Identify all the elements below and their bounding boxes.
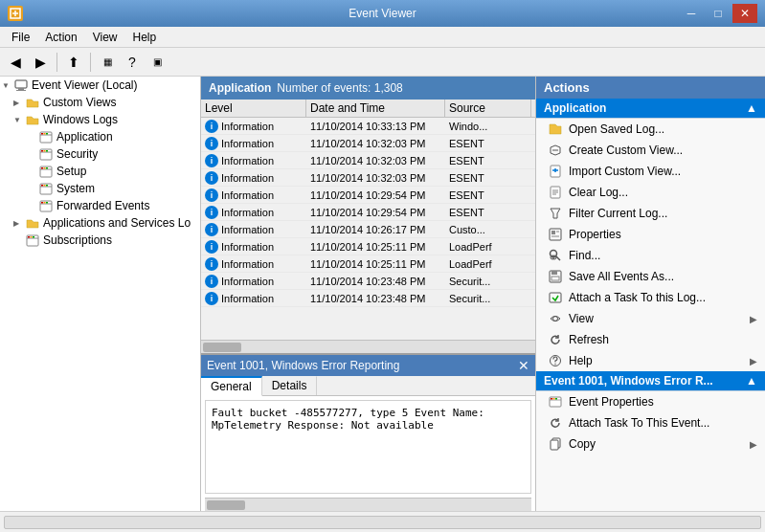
tab-details[interactable]: Details: [262, 376, 318, 395]
tree-item-apps-services[interactable]: ▶ Applications and Services Lo: [0, 214, 200, 232]
cell-date-4: 11/10/2014 10:29:54 PM: [306, 188, 445, 202]
table-row[interactable]: iInformation 11/10/2014 10:32:03 PM ESEN…: [201, 169, 535, 187]
table-row[interactable]: iInformation 11/10/2014 10:32:03 PM ESEN…: [201, 135, 535, 152]
tree-item-application[interactable]: ▶ Application: [0, 128, 200, 145]
menu-bar: File Action View Help: [0, 27, 765, 48]
cell-source-10: Securit...: [445, 292, 531, 305]
help-toolbar-button[interactable]: ?: [121, 51, 144, 74]
info-icon-1: i: [205, 137, 218, 150]
status-scrollbar[interactable]: [4, 516, 761, 529]
tree-item-windows-logs[interactable]: ▼ Windows Logs: [0, 111, 200, 128]
table-row[interactable]: iInformation 11/10/2014 10:29:54 PM ESEN…: [201, 187, 535, 204]
status-bar: [0, 511, 765, 532]
info-icon-0: i: [205, 120, 218, 133]
tree-item-event-viewer-local[interactable]: ▼ Event Viewer (Local): [0, 77, 200, 94]
tree-item-system[interactable]: ▶ System: [0, 180, 200, 197]
cell-source-5: ESENT: [445, 206, 531, 219]
close-button[interactable]: ✕: [732, 4, 757, 23]
menu-file[interactable]: File: [4, 29, 37, 46]
svg-rect-42: [551, 231, 555, 234]
cell-source-1: ESENT: [445, 137, 531, 150]
table-row[interactable]: iInformation 11/10/2014 10:26:17 PM Cust…: [201, 221, 535, 238]
app-icon: [8, 6, 23, 21]
detail-close-button[interactable]: ✕: [518, 358, 529, 373]
cell-level-10: iInformation: [201, 291, 306, 306]
action-view[interactable]: View ▶: [536, 308, 765, 329]
svg-rect-13: [46, 150, 48, 152]
action-filter-log[interactable]: Filter Current Log...: [536, 203, 765, 224]
attach-task-log-icon: [548, 290, 563, 305]
info-icon-5: i: [205, 206, 218, 219]
tab-general[interactable]: General: [201, 376, 262, 396]
view-arrow-icon: ▶: [750, 314, 757, 324]
table-body[interactable]: iInformation 11/10/2014 10:33:13 PM Wind…: [201, 118, 535, 340]
copy-icon: [548, 436, 563, 452]
cell-date-0: 11/10/2014 10:33:13 PM: [306, 120, 445, 133]
cell-date-6: 11/10/2014 10:26:17 PM: [306, 223, 445, 236]
detail-text-area[interactable]: Fault bucket -485577277, type 5 Event Na…: [205, 400, 531, 494]
cell-level-9: iInformation: [201, 274, 306, 289]
action-attach-task-event[interactable]: Attach Task To This Event...: [536, 412, 765, 433]
properties-toolbar-button[interactable]: ▣: [146, 51, 169, 74]
action-save-all-events[interactable]: Save All Events As...: [536, 266, 765, 287]
tree-item-setup[interactable]: ▶ Setup: [0, 163, 200, 180]
table-row[interactable]: iInformation 11/10/2014 10:33:13 PM Wind…: [201, 118, 535, 135]
refresh-icon: [548, 332, 563, 347]
table-row[interactable]: iInformation 11/10/2014 10:32:03 PM ESEN…: [201, 152, 535, 169]
action-find[interactable]: Find...: [536, 245, 765, 266]
import-custom-view-icon: [548, 164, 563, 179]
detail-content: Fault bucket -485577277, type 5 Event Na…: [201, 396, 535, 511]
action-help[interactable]: Help ▶: [536, 350, 765, 371]
action-section-event[interactable]: Event 1001, Windows Error R... ▲: [536, 371, 765, 391]
action-refresh[interactable]: Refresh: [536, 329, 765, 350]
tree-item-security[interactable]: ▶ Security: [0, 145, 200, 163]
action-attach-task-log-label: Attach a Task To this Log...: [569, 291, 706, 304]
action-copy[interactable]: Copy ▶: [536, 433, 765, 454]
tree-label-setup: Setup: [56, 165, 86, 178]
table-row[interactable]: iInformation 11/10/2014 10:29:54 PM ESEN…: [201, 204, 535, 221]
cell-source-9: Securit...: [445, 275, 531, 288]
action-clear-log[interactable]: Clear Log...: [536, 182, 765, 203]
col-source: Source: [445, 100, 531, 117]
action-filter-log-label: Filter Current Log...: [569, 207, 667, 220]
svg-rect-31: [28, 236, 30, 238]
detail-tabs: General Details: [201, 376, 535, 396]
detail-horizontal-scrollbar[interactable]: [205, 498, 531, 511]
title-bar-left: [8, 6, 29, 21]
action-import-custom-view[interactable]: Import Custom View...: [536, 161, 765, 182]
right-panel: Actions Application ▲ Open Saved Log... …: [535, 77, 765, 511]
up-button[interactable]: ⬆: [62, 51, 85, 74]
tree-icon-windows-logs: [25, 112, 40, 127]
cell-level-6: iInformation: [201, 222, 306, 237]
minimize-button[interactable]: ─: [679, 4, 704, 23]
table-row[interactable]: iInformation 11/10/2014 10:25:11 PM Load…: [201, 255, 535, 273]
cell-source-3: ESENT: [445, 171, 531, 185]
action-attach-task-log[interactable]: Attach a Task To this Log...: [536, 287, 765, 308]
table-row[interactable]: iInformation 11/10/2014 10:23:48 PM Secu…: [201, 273, 535, 290]
back-button[interactable]: ◀: [4, 51, 27, 74]
action-create-custom-view[interactable]: Create Custom View...: [536, 140, 765, 161]
cell-level-5: iInformation: [201, 205, 306, 220]
tree-item-custom-views[interactable]: ▶ Custom Views: [0, 94, 200, 111]
help-icon: [548, 353, 563, 368]
action-event-properties[interactable]: Event Properties: [536, 391, 765, 412]
action-section-event-label: Event 1001, Windows Error R...: [544, 374, 713, 388]
svg-rect-2: [18, 88, 24, 90]
show-hide-button[interactable]: ▦: [96, 51, 119, 74]
info-icon-2: i: [205, 154, 218, 167]
action-properties[interactable]: Properties: [536, 224, 765, 245]
table-horizontal-scrollbar[interactable]: [201, 340, 535, 353]
tree-label-subscriptions: Subscriptions: [43, 233, 112, 247]
table-row[interactable]: iInformation 11/10/2014 10:25:11 PM Load…: [201, 238, 535, 255]
tree-item-subscriptions[interactable]: ▶ Subscriptions: [0, 232, 200, 249]
action-section-application[interactable]: Application ▲: [536, 99, 765, 119]
action-open-saved-log[interactable]: Open Saved Log...: [536, 119, 765, 140]
tree-item-forwarded-events[interactable]: ▶ Forwarded Events: [0, 197, 200, 214]
table-row[interactable]: iInformation 11/10/2014 10:23:48 PM Secu…: [201, 290, 535, 307]
menu-help[interactable]: Help: [125, 29, 165, 46]
menu-view[interactable]: View: [85, 29, 125, 46]
menu-action[interactable]: Action: [37, 29, 84, 46]
forward-button[interactable]: ▶: [29, 51, 52, 74]
maximize-button[interactable]: □: [706, 4, 731, 23]
tree-icon-apps-services: [25, 215, 40, 231]
